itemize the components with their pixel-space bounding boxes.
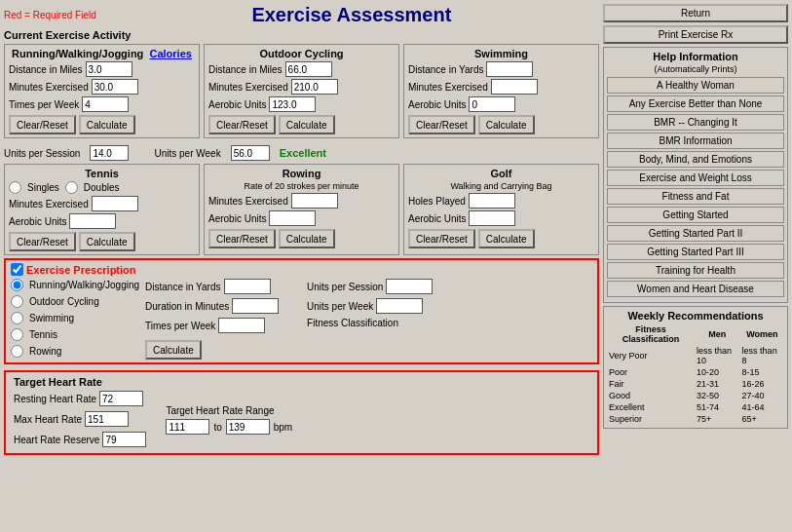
presc-run-radio[interactable] [11, 279, 23, 291]
help-link-2[interactable]: BMR -- Changing It [607, 114, 784, 131]
help-link-11[interactable]: Women and Heart Disease [607, 281, 784, 297]
tennis-calc-btn[interactable]: Calculate [79, 232, 135, 251]
run-min-input[interactable] [92, 79, 138, 95]
max-hr-input[interactable] [85, 411, 129, 427]
presc-run-label: Running/Walking/Jogging [29, 280, 139, 290]
resting-hr-input[interactable] [99, 391, 143, 406]
weekly-rec: Weekly Recommendations Fitness Classific… [603, 306, 788, 429]
presc-tennis-radio[interactable] [11, 328, 23, 341]
weekly-class-4: Excellent [607, 401, 695, 413]
swim-dist-label: Distance in Yards [408, 64, 483, 75]
running-col: Running/Walking/Jogging Calories Distanc… [4, 44, 200, 138]
cyc-clear-btn[interactable]: Clear/Reset [208, 115, 276, 134]
weekly-row: Superior75+65+ [607, 413, 784, 425]
page-title: Exercise Assessment [104, 4, 599, 26]
weekly-women-0: less than 8 [740, 345, 784, 366]
presc-upw-label: Units per Week [307, 301, 373, 312]
prescription-right: Units per Session Units per Week Fitness… [307, 279, 433, 360]
swim-clear-btn[interactable]: Clear/Reset [408, 115, 475, 134]
presc-dur-input[interactable] [232, 298, 279, 314]
run-min-label: Minutes Exercised [9, 82, 89, 93]
help-link-10[interactable]: Training for Health [607, 262, 784, 279]
units-session-input[interactable] [90, 145, 129, 161]
presc-swim-radio[interactable] [11, 312, 23, 324]
tennis-singles-radio[interactable] [9, 181, 21, 194]
golf-title: Golf [408, 168, 594, 179]
hr-reserve-input[interactable] [102, 432, 146, 447]
swim-min-label: Minutes Exercised [408, 82, 488, 93]
thr-from-input[interactable] [166, 419, 209, 435]
presc-upw-input[interactable] [376, 298, 423, 314]
print-rx-btn[interactable]: Print Exercise Rx [603, 25, 788, 44]
help-link-3[interactable]: BMR Information [607, 133, 784, 149]
target-hr-title: Target Heart Rate [14, 376, 589, 388]
tennis-clear-btn[interactable]: Clear/Reset [9, 232, 76, 251]
golf-holes-input[interactable] [469, 193, 515, 209]
presc-calc-btn[interactable]: Calculate [145, 340, 202, 360]
cyc-calc-btn[interactable]: Calculate [279, 115, 335, 134]
thr-to-input[interactable] [226, 419, 270, 435]
presc-times-label: Times per Week [145, 321, 215, 331]
presc-ups-input[interactable] [386, 279, 433, 294]
tennis-col: Tennis Singles Doubles Minutes Exercised… [4, 164, 200, 255]
required-label: Red = Required Field [4, 10, 96, 20]
tennis-doubles-radio[interactable] [65, 181, 78, 194]
help-link-7[interactable]: Getting Started [607, 207, 784, 223]
run-dist-input[interactable] [86, 61, 132, 77]
swim-calc-btn[interactable]: Calculate [478, 115, 535, 134]
run-times-label: Times per Week [9, 99, 79, 110]
presc-dur-label: Duration in Minutes [145, 301, 229, 312]
tennis-singles-label: Singles [27, 182, 59, 193]
swim-min-input[interactable] [491, 79, 538, 95]
cyc-dist-input[interactable] [285, 61, 332, 77]
row-units-label: Aerobic Units [208, 213, 266, 224]
row-clear-btn[interactable]: Clear/Reset [208, 229, 276, 248]
row-calc-btn[interactable]: Calculate [279, 229, 335, 248]
presc-cyc-radio[interactable] [11, 295, 23, 308]
cyc-units-input[interactable] [269, 96, 316, 112]
help-link-1[interactable]: Any Exercise Better than None [607, 95, 784, 112]
swim-units-input[interactable] [469, 96, 515, 112]
row-min-input[interactable] [291, 193, 338, 209]
cyc-min-input[interactable] [291, 79, 338, 95]
return-btn[interactable]: Return [603, 4, 788, 22]
row-units-input[interactable] [269, 210, 316, 226]
units-week-input[interactable] [231, 145, 270, 161]
run-times-input[interactable] [82, 96, 129, 112]
presc-fc-label: Fitness Classification [307, 318, 398, 328]
cycling-col: Outdoor Cycling Distance in Miles Minute… [204, 44, 399, 138]
weekly-women-1: 8-15 [740, 366, 784, 378]
weekly-women-header: Women [740, 323, 784, 345]
tennis-min-label: Minutes Exercised [9, 199, 89, 209]
golf-clear-btn[interactable]: Clear/Reset [408, 229, 475, 248]
help-link-8[interactable]: Getting Started Part II [607, 225, 784, 242]
golf-units-label: Aerobic Units [408, 213, 466, 224]
weekly-women-2: 16-26 [740, 378, 784, 390]
run-calc-btn[interactable]: Calculate [79, 115, 135, 134]
help-link-5[interactable]: Exercise and Weight Loss [607, 170, 784, 186]
presc-row-radio[interactable] [11, 345, 23, 358]
calories-link[interactable]: Calories [149, 48, 191, 59]
weekly-class-2: Fair [607, 378, 695, 390]
tennis-min-input[interactable] [92, 196, 138, 211]
help-link-0[interactable]: A Healthy Woman [607, 77, 784, 94]
hr-reserve-label: Heart Rate Reserve [14, 435, 99, 445]
golf-calc-btn[interactable]: Calculate [478, 229, 535, 248]
run-dist-label: Distance in Miles [9, 64, 83, 75]
rowing-title: Rowing [208, 168, 395, 179]
tennis-units-input[interactable] [69, 213, 116, 229]
help-link-6[interactable]: Fitness and Fat [607, 188, 784, 205]
prescription-checkbox[interactable] [11, 263, 23, 276]
thr-fields: Resting Heart Rate Max Heart Rate Heart … [14, 391, 146, 449]
presc-dist-input[interactable] [224, 279, 271, 294]
golf-units-input[interactable] [469, 210, 515, 226]
thr-to-label: to [213, 422, 221, 433]
swim-dist-input[interactable] [486, 61, 533, 77]
presc-times-input[interactable] [218, 318, 265, 333]
weekly-men-3: 32-50 [695, 390, 740, 401]
thr-range: Target Heart Rate Range to bpm [166, 405, 292, 435]
run-clear-btn[interactable]: Clear/Reset [9, 115, 76, 134]
help-link-9[interactable]: Getting Started Part III [607, 244, 784, 260]
help-link-4[interactable]: Body, Mind, and Emotions [607, 151, 784, 168]
tennis-units-label: Aerobic Units [9, 216, 66, 227]
